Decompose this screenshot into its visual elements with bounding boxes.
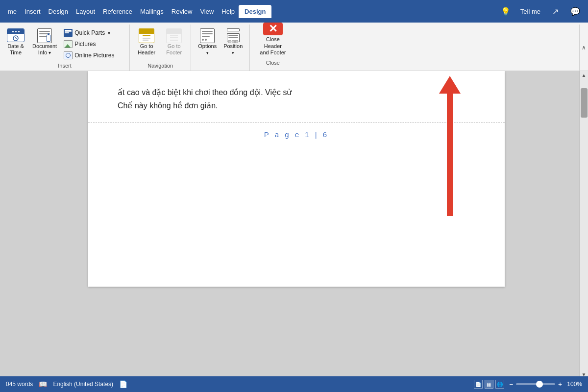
lightbulb-icon: 💡 <box>497 5 514 18</box>
position-icon <box>225 28 242 43</box>
ribbon: Date &Time DocumentInfo ▾ <box>0 23 588 71</box>
page-footer-text: P a g e 1 | 6 <box>118 130 475 139</box>
menu-tab-home[interactable]: me <box>4 6 21 17</box>
goto-footer-button[interactable]: Go toFooter <box>161 26 187 58</box>
document-area: ất cao và đặc biệt khi chơi theo đồng độ… <box>0 71 588 379</box>
doc-area-inner: ất cao và đặc biệt khi chơi theo đồng độ… <box>0 71 588 379</box>
page-wrapper: ất cao và đặc biệt khi chơi theo đồng độ… <box>0 71 588 379</box>
proofing-icon[interactable]: 📄 <box>119 380 127 388</box>
document-info-icon <box>37 28 52 43</box>
read-mode-icon[interactable]: 📄 <box>474 380 483 389</box>
position-button[interactable]: Position▾ <box>220 26 245 58</box>
menu-tab-reference[interactable]: Reference <box>99 6 136 17</box>
insert-small-buttons: Quick Parts ▾ Pictures <box>62 26 125 61</box>
date-time-button[interactable]: Date &Time <box>4 26 27 58</box>
goto-header-button[interactable]: Go toHeader <box>134 26 159 58</box>
pictures-icon <box>64 40 73 49</box>
tell-me-box[interactable]: 💡 Tell me <box>497 5 544 18</box>
goto-header-icon <box>139 28 154 43</box>
document-body-text: ất cao và đặc biệt khi chơi theo đồng độ… <box>118 86 475 112</box>
zoom-slider-track[interactable] <box>516 383 555 385</box>
arrow-shaft <box>447 94 453 216</box>
arrow-head <box>439 76 461 94</box>
ribbon-group-insert: Date &Time DocumentInfo ▾ <box>0 24 130 71</box>
date-time-label: Date &Time <box>7 43 24 56</box>
pictures-button[interactable]: Pictures <box>62 39 125 49</box>
menu-tab-design[interactable]: Design <box>45 6 72 17</box>
status-bar-right: 📄 ▦ 🌐 − + 100% <box>474 380 582 389</box>
language-label[interactable]: English (United States) <box>53 381 113 388</box>
close-group-label: Close <box>266 60 280 68</box>
menu-tab-view[interactable]: View <box>196 6 218 17</box>
date-time-icon <box>7 28 24 42</box>
comment-icon[interactable]: 💬 <box>566 5 584 18</box>
menu-tab-review[interactable]: Review <box>168 6 196 17</box>
svg-rect-7 <box>170 37 178 38</box>
spell-check-icon[interactable]: 📖 <box>39 380 47 388</box>
quick-parts-icon <box>64 28 73 37</box>
document-info-button[interactable]: DocumentInfo ▾ <box>29 26 60 58</box>
ribbon-group-navigation: Go toHeader Go toFooter Navigatio <box>130 24 191 71</box>
goto-footer-label: Go toFooter <box>166 43 182 56</box>
svg-rect-5 <box>143 40 148 41</box>
red-arrow-overlay <box>439 76 461 216</box>
document-info-label: DocumentInfo ▾ <box>32 43 57 56</box>
document-page: ất cao và đặc biệt khi chơi theo đồng độ… <box>88 71 505 287</box>
svg-rect-6 <box>170 35 178 36</box>
view-mode-icons: 📄 ▦ 🌐 <box>474 380 504 389</box>
zoom-plus-button[interactable]: + <box>558 380 562 388</box>
menu-bar: me Insert Design Layout Reference Mailin… <box>0 0 588 23</box>
insert-group-content: Date &Time DocumentInfo ▾ <box>4 26 125 61</box>
menu-tab-insert[interactable]: Insert <box>21 6 45 17</box>
menu-tab-mailings[interactable]: Mailings <box>136 6 168 17</box>
quick-parts-label: Quick Parts <box>74 29 105 36</box>
tell-me-label: Tell me <box>516 6 544 17</box>
ribbon-group-close: ✕ CloseHeaderand Footer Close <box>250 24 295 71</box>
menu-tab-help[interactable]: Help <box>218 6 239 17</box>
scroll-up-arrow[interactable]: ▲ <box>582 71 587 79</box>
quick-parts-chevron: ▾ <box>108 30 110 36</box>
menu-bar-right: 💡 Tell me ↗ 💬 <box>497 5 584 18</box>
goto-header-label: Go toHeader <box>138 43 155 56</box>
scroll-thumb[interactable] <box>581 88 588 118</box>
body-line-1: ất cao và đặc biệt khi chơi theo đồng độ… <box>118 88 292 97</box>
options-icon <box>200 28 215 43</box>
zoom-minus-button[interactable]: − <box>509 380 513 388</box>
quick-parts-button[interactable]: Quick Parts ▾ <box>62 27 125 38</box>
ribbon-group-options: Options▾ Position▾ <box>191 24 250 71</box>
position-label: Position▾ <box>223 43 243 56</box>
share-icon[interactable]: ↗ <box>548 5 563 18</box>
options-button[interactable]: Options▾ <box>195 26 220 58</box>
insert-group-label: Insert <box>58 63 72 71</box>
zoom-control[interactable]: − + <box>509 380 562 388</box>
zoom-slider-thumb[interactable] <box>536 381 543 388</box>
status-bar: 045 words 📖 English (United States) 📄 📄 … <box>0 376 588 392</box>
pictures-label: Pictures <box>74 41 96 48</box>
close-header-footer-label: CloseHeaderand Footer <box>260 36 286 56</box>
word-count: 045 words <box>6 381 33 388</box>
vertical-scrollbar[interactable]: ▲ ▼ <box>579 71 588 379</box>
online-pictures-label: Online Pictures <box>74 52 114 59</box>
goto-footer-icon <box>166 28 182 43</box>
svg-rect-8 <box>170 40 178 41</box>
online-pictures-button[interactable]: Online Pictures <box>62 50 125 61</box>
navigation-group-label: Navigation <box>147 63 173 71</box>
online-pictures-icon <box>64 51 73 60</box>
menu-tab-layout[interactable]: Layout <box>72 6 99 17</box>
options-label: Options▾ <box>198 43 217 56</box>
zoom-level-label: 100% <box>567 381 582 388</box>
svg-rect-4 <box>143 38 150 39</box>
svg-rect-3 <box>143 35 150 36</box>
menu-tab-design-active[interactable]: Design <box>239 5 271 18</box>
close-header-footer-button[interactable]: ✕ CloseHeaderand Footer <box>256 26 290 58</box>
body-line-2: Chế này không hề đơn giản. <box>118 101 218 110</box>
close-x-icon: ✕ <box>263 23 283 35</box>
ribbon-scroll-button[interactable]: ∧ <box>579 24 588 71</box>
navigation-group-content: Go toHeader Go toFooter <box>134 26 187 61</box>
web-layout-icon[interactable]: 🌐 <box>495 380 504 389</box>
print-layout-icon[interactable]: ▦ <box>485 380 493 389</box>
